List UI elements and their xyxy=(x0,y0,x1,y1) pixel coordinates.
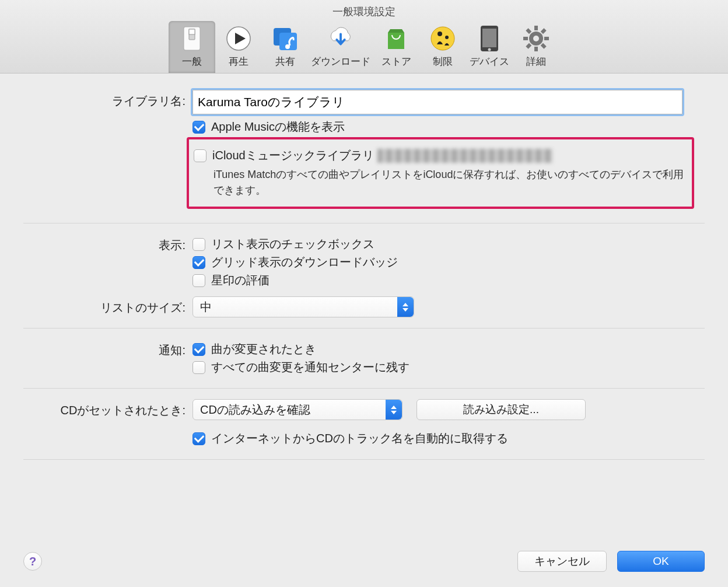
tab-general[interactable]: 一般 xyxy=(169,21,215,73)
notify-keep-all-checkbox[interactable] xyxy=(192,361,205,374)
cd-auto-fetch-checkbox[interactable] xyxy=(192,432,205,445)
tab-label: 一般 xyxy=(182,55,202,68)
notify-song-changed-checkbox[interactable] xyxy=(192,343,205,356)
footer: ? キャンセル OK xyxy=(0,544,728,587)
tab-label: ストア xyxy=(382,55,411,68)
help-button[interactable]: ? xyxy=(23,552,42,571)
redacted-text xyxy=(377,149,552,163)
star-rating-label: 星印の評価 xyxy=(211,272,270,288)
svg-rect-17 xyxy=(523,37,528,40)
icloud-highlight: iCloudミュージックライブラリ iTunes Matchのすべての曲やプレイ… xyxy=(187,137,694,209)
tab-devices[interactable]: デバイス xyxy=(466,21,513,73)
apple-music-checkbox[interactable] xyxy=(192,121,205,134)
gear-icon xyxy=(522,25,550,53)
cd-label: CDがセットされたとき: xyxy=(23,399,192,418)
svg-point-9 xyxy=(438,32,442,36)
grid-badge-checkbox[interactable] xyxy=(192,256,205,269)
notify-keep-all-label: すべての曲変更を通知センターに残す xyxy=(211,359,410,375)
list-checkbox-checkbox[interactable] xyxy=(192,238,205,251)
notify-song-changed-label: 曲が変更されたとき xyxy=(211,341,316,357)
svg-rect-2 xyxy=(189,29,195,34)
toolbar: 一般環境設定 一般 再生 xyxy=(0,0,728,74)
divider xyxy=(23,388,705,389)
tab-bar: 一般 再生 xyxy=(0,21,728,73)
divider xyxy=(23,328,705,329)
library-name-input[interactable] xyxy=(192,90,682,114)
svg-rect-12 xyxy=(482,29,496,47)
svg-point-8 xyxy=(431,27,454,50)
svg-rect-18 xyxy=(544,37,549,40)
select-arrows-icon xyxy=(397,297,414,317)
tab-playback[interactable]: 再生 xyxy=(215,21,262,73)
ok-button[interactable]: OK xyxy=(617,551,705,572)
tab-downloads[interactable]: ダウンロード xyxy=(309,21,373,73)
icloud-library-desc: iTunes Matchのすべての曲やプレイリストをiCloudに保存すれば、お… xyxy=(214,167,687,198)
svg-rect-15 xyxy=(534,26,538,30)
bag-icon xyxy=(382,25,410,53)
svg-point-23 xyxy=(533,36,539,41)
svg-rect-20 xyxy=(526,43,531,49)
tab-label: 共有 xyxy=(275,55,295,68)
divider xyxy=(23,459,705,460)
svg-rect-19 xyxy=(541,28,547,34)
play-icon xyxy=(225,25,253,53)
svg-rect-16 xyxy=(534,47,538,51)
cancel-button[interactable]: キャンセル xyxy=(517,551,607,572)
parental-icon xyxy=(429,25,457,53)
display-label: 表示: xyxy=(23,234,192,253)
device-icon xyxy=(475,25,503,53)
tab-label: 詳細 xyxy=(526,55,546,68)
tab-label: 制限 xyxy=(433,55,453,68)
divider xyxy=(23,223,705,223)
tab-label: デバイス xyxy=(470,55,509,68)
cd-action-value: CDの読み込みを確認 xyxy=(200,403,310,416)
grid-badge-label: グリッド表示のダウンロードバッジ xyxy=(211,254,398,270)
svg-rect-21 xyxy=(526,28,531,34)
list-size-label: リストのサイズ: xyxy=(23,296,192,316)
apple-music-label: Apple Musicの機能を表示 xyxy=(211,119,345,135)
cd-action-select[interactable]: CDの読み込みを確認 xyxy=(192,399,402,420)
select-arrows-icon xyxy=(386,400,402,420)
icloud-library-checkbox[interactable] xyxy=(194,149,206,162)
svg-point-7 xyxy=(285,44,290,49)
svg-point-10 xyxy=(445,36,449,39)
svg-point-13 xyxy=(488,48,491,51)
share-icon xyxy=(271,25,299,53)
list-size-select[interactable]: 中 xyxy=(192,296,414,317)
tab-restrictions[interactable]: 制限 xyxy=(419,21,466,73)
icloud-library-label: iCloudミュージックライブラリ xyxy=(212,148,374,163)
list-checkbox-label: リスト表示のチェックボックス xyxy=(211,236,374,252)
window-title: 一般環境設定 xyxy=(0,5,728,19)
list-size-value: 中 xyxy=(200,301,212,313)
tab-label: ダウンロード xyxy=(311,55,370,68)
tab-advanced[interactable]: 詳細 xyxy=(513,21,559,73)
star-rating-checkbox[interactable] xyxy=(192,274,205,287)
tab-label: 再生 xyxy=(229,55,249,68)
svg-rect-22 xyxy=(541,43,547,49)
switch-icon xyxy=(178,25,206,53)
tab-store[interactable]: ストア xyxy=(373,21,419,73)
tab-sharing[interactable]: 共有 xyxy=(262,21,309,73)
cd-auto-fetch-label: インターネットからCDのトラック名を自動的に取得する xyxy=(211,431,508,446)
download-icon xyxy=(327,25,355,53)
import-settings-button[interactable]: 読み込み設定... xyxy=(416,399,586,420)
library-name-label: ライブラリ名: xyxy=(23,90,192,109)
notify-label: 通知: xyxy=(23,339,192,358)
content-pane: ライブラリ名: Apple Musicの機能を表示 iCloudミュージックライ… xyxy=(0,74,728,544)
